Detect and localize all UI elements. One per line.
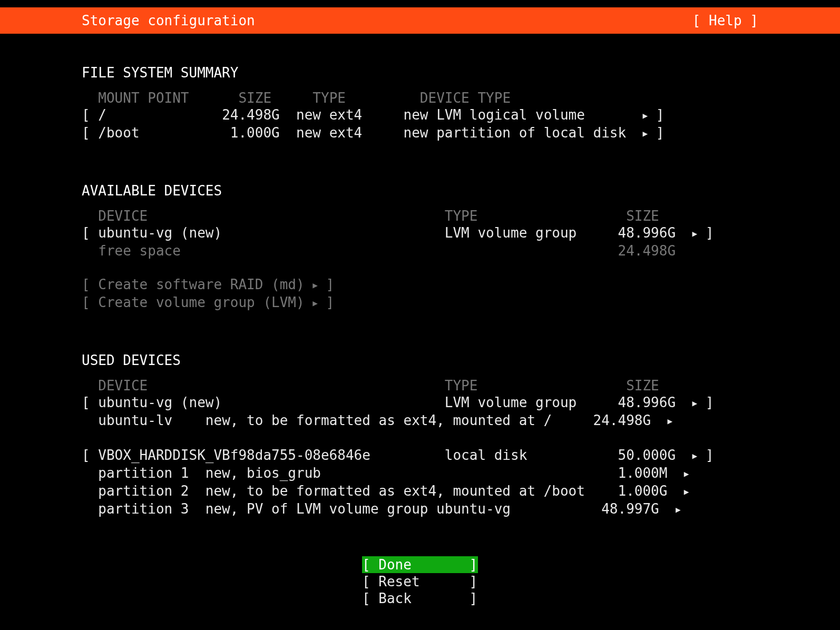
chevron-right-icon: ▶ (667, 413, 672, 430)
used-part2-row[interactable]: partition 2 new, to be formatted as ext4… (82, 483, 758, 500)
content: FILE SYSTEM SUMMARY MOUNT POINT SIZE TYP… (0, 34, 840, 607)
available-row-free: free space 24.498G (82, 242, 758, 259)
used-part3-row[interactable]: partition 3 new, PV of LVM volume group … (82, 500, 758, 518)
chevron-right-icon: ▶ (684, 484, 689, 500)
chevron-right-icon: ▶ (692, 225, 697, 242)
chevron-right-icon: ▶ (642, 107, 648, 124)
back-button[interactable]: [ Back ] (362, 590, 478, 607)
chevron-right-icon: ▶ (312, 295, 318, 312)
chevron-right-icon: ▶ (642, 125, 648, 142)
chevron-right-icon: ▶ (676, 501, 681, 518)
available-heading: AVAILABLE DEVICES (82, 182, 758, 199)
reset-button[interactable]: [ Reset ] (362, 573, 478, 590)
chevron-right-icon: ▶ (692, 395, 697, 412)
available-columns: DEVICE TYPE SIZE (82, 208, 758, 224)
used-part1-row[interactable]: partition 1 new, bios_grub 1.000M ▶ (82, 465, 758, 483)
chevron-right-icon: ▶ (312, 277, 318, 294)
titlebar: Storage configuration [ Help ] (0, 7, 840, 34)
fs-row-root[interactable]: [ / 24.498G new ext4 new LVM logical vol… (82, 106, 758, 124)
used-columns: DEVICE TYPE SIZE (82, 377, 758, 394)
chevron-right-icon: ▶ (692, 448, 697, 465)
help-label: Help (709, 13, 742, 28)
used-heading: USED DEVICES (82, 352, 758, 369)
used-lv-row[interactable]: ubuntu-lv new, to be formatted as ext4, … (82, 412, 758, 430)
chevron-right-icon: ▶ (684, 466, 689, 483)
button-bar: [ Done ] [ Reset ] [ Back ] (82, 556, 758, 607)
create-lvm-action[interactable]: [ Create volume group (LVM) ▶ ] (82, 294, 758, 312)
done-button[interactable]: [ Done ] (362, 556, 478, 573)
used-disk-row[interactable]: [ VBOX_HARDDISK_VBf98da755-08e6846e loca… (82, 447, 758, 465)
available-row-vg[interactable]: [ ubuntu-vg (new) LVM volume group 48.99… (82, 224, 758, 242)
used-vg-row[interactable]: [ ubuntu-vg (new) LVM volume group 48.99… (82, 394, 758, 412)
page-title: Storage configuration (82, 12, 255, 29)
fs-summary-heading: FILE SYSTEM SUMMARY (82, 64, 758, 81)
create-raid-action[interactable]: [ Create software RAID (md) ▶ ] (82, 276, 758, 294)
help-button[interactable]: [ Help ] (692, 12, 758, 29)
fs-summary-columns: MOUNT POINT SIZE TYPE DEVICE TYPE (82, 90, 758, 106)
fs-row-boot[interactable]: [ /boot 1.000G new ext4 new partition of… (82, 124, 758, 142)
